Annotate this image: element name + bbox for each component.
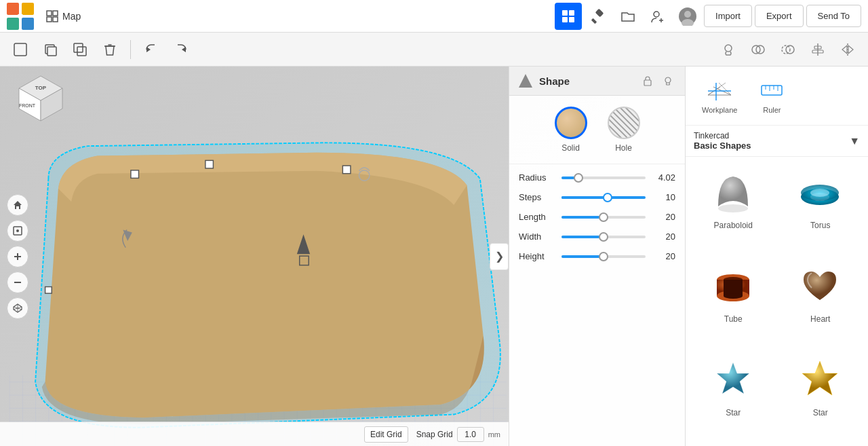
radius-row: Radius 4.02	[519, 172, 675, 183]
map-grid-icon	[46, 10, 58, 22]
copy-button[interactable]	[38, 37, 62, 62]
lock-icon-button[interactable]	[640, 73, 655, 88]
svg-rect-41	[205, 160, 214, 168]
delete-icon	[102, 42, 117, 57]
shape-properties: Radius 4.02 Steps	[509, 164, 685, 279]
add-user-button[interactable]	[644, 3, 671, 30]
delete-button[interactable]	[98, 37, 122, 62]
svg-marker-37	[842, 45, 847, 54]
hammer-icon	[591, 9, 606, 24]
width-label: Width	[519, 231, 556, 242]
edit-grid-button[interactable]: Edit Grid	[364, 426, 408, 443]
right-panel-top: Workplane Ruler	[686, 67, 868, 126]
ruler-icon-container	[759, 77, 785, 103]
shape-item-star-teal[interactable]: Star	[692, 351, 774, 439]
zoom-out-icon	[12, 277, 23, 288]
user-avatar[interactable]	[674, 3, 701, 30]
send-to-button[interactable]: Send To	[806, 5, 861, 27]
new-shape-button[interactable]	[8, 37, 33, 62]
gallery-button[interactable]	[555, 3, 582, 30]
shape-panel-header: Shape	[509, 67, 685, 96]
view-3d-icon	[12, 303, 23, 314]
bulb-icon-button[interactable]	[660, 73, 675, 88]
svg-rect-2	[7, 18, 19, 30]
undo-button[interactable]	[139, 37, 163, 62]
workplane-svg	[707, 77, 732, 103]
bulb-button[interactable]	[716, 37, 741, 62]
shape-panel-collapse[interactable]	[519, 74, 532, 88]
shape-panel-title: Shape	[539, 75, 640, 87]
star-gold-svg	[798, 358, 842, 403]
duplicate-button[interactable]	[68, 37, 92, 62]
star-gold-name: Star	[813, 408, 828, 417]
map-button[interactable]: Map	[41, 7, 86, 25]
right-panel: Workplane Ruler Tinkercad B	[685, 67, 868, 446]
align-icon	[810, 42, 825, 57]
radius-slider[interactable]	[561, 176, 646, 179]
category-info: Tinkercad Basic Shapes	[694, 131, 751, 151]
svg-rect-7	[47, 17, 52, 22]
redo-button[interactable]	[169, 37, 193, 62]
scroll-arrow-icon: ❯	[495, 250, 504, 263]
shape-item-paraboloid[interactable]: Paraboloid	[692, 164, 774, 252]
width-slider[interactable]	[561, 236, 646, 238]
svg-line-68	[708, 83, 726, 95]
view-3d-button[interactable]	[7, 297, 28, 319]
fit-button[interactable]	[7, 220, 28, 242]
svg-text:FRONT: FRONT	[19, 103, 36, 108]
hole-circle	[608, 107, 640, 139]
snap-value[interactable]: 1.0	[457, 427, 484, 442]
solid-button[interactable]: Solid	[555, 107, 587, 153]
svg-rect-24	[74, 43, 83, 52]
map-label: Map	[62, 11, 81, 22]
heart-thumbnail	[797, 263, 844, 310]
bottom-bar: Edit Grid Snap Grid 1.0 mm	[0, 422, 509, 446]
shape-item-star-gold[interactable]: Star	[780, 351, 862, 439]
hole-label: Hole	[615, 143, 632, 153]
svg-rect-6	[53, 11, 58, 16]
shape-panel-icons	[640, 73, 675, 88]
header: T Map	[0, 0, 868, 33]
svg-line-66	[719, 83, 731, 95]
canvas-area[interactable]: TOP FRONT	[0, 67, 685, 446]
import-button[interactable]: Import	[704, 5, 752, 27]
design-button[interactable]	[585, 3, 612, 30]
export-button[interactable]: Export	[755, 5, 804, 27]
svg-rect-21	[14, 43, 26, 56]
ruler-button[interactable]: Ruler	[751, 73, 793, 118]
length-slider[interactable]	[561, 216, 646, 219]
heart-name: Heart	[810, 314, 830, 324]
subtract-button[interactable]	[776, 37, 800, 62]
home-button[interactable]	[7, 194, 28, 216]
radius-value: 4.02	[651, 172, 675, 183]
header-right: Import Export Send To	[555, 3, 861, 30]
shape-item-torus[interactable]: Torus	[780, 164, 862, 252]
svg-rect-1	[22, 3, 34, 15]
view-cube[interactable]: TOP FRONT	[14, 75, 68, 129]
zoom-out-button[interactable]	[7, 272, 28, 293]
folder-icon	[620, 9, 635, 24]
category-selector: Tinkercad Basic Shapes ▼	[686, 126, 868, 157]
tube-thumbnail	[709, 263, 757, 310]
workplane-button[interactable]: Workplane	[694, 73, 745, 118]
union-button[interactable]	[746, 37, 770, 62]
panel-scroll-arrow[interactable]: ❯	[490, 243, 509, 270]
svg-rect-11	[562, 17, 568, 22]
align-button[interactable]	[806, 37, 830, 62]
shape-item-tube[interactable]: Tube	[692, 257, 774, 346]
steps-slider[interactable]	[561, 196, 646, 199]
category-dropdown-arrow[interactable]: ▼	[849, 135, 860, 147]
mirror-button[interactable]	[835, 37, 860, 62]
shape-item-heart[interactable]: Heart	[780, 257, 862, 346]
svg-marker-26	[146, 47, 151, 52]
height-slider[interactable]	[561, 255, 646, 258]
svg-rect-62	[644, 80, 651, 86]
projects-button[interactable]	[614, 3, 642, 30]
zoom-in-button[interactable]	[7, 246, 28, 267]
length-label: Length	[519, 212, 556, 222]
svg-rect-71	[762, 86, 782, 95]
steps-value: 10	[651, 192, 675, 202]
hole-button[interactable]: Hole	[608, 107, 640, 153]
new-shape-icon	[13, 42, 28, 57]
svg-rect-12	[569, 17, 574, 22]
